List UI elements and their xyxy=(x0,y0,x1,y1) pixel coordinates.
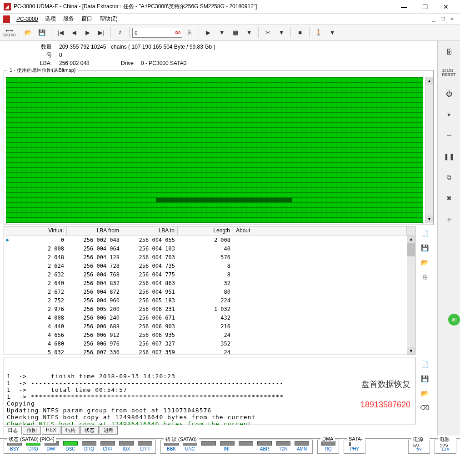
status-led-label: ABR xyxy=(260,446,270,451)
status-led-label: INF xyxy=(224,446,231,451)
log-tab[interactable]: HEX xyxy=(42,426,60,435)
th-lba-from[interactable]: LBA from xyxy=(67,226,122,235)
mdi-minimize-icon[interactable]: ▁ xyxy=(430,15,437,23)
status-group: 错 误 (SATA0)BBKUNCINFABRT0NAMN xyxy=(160,440,313,454)
log-line: 1 -> total time 00:54:57 xyxy=(7,386,412,393)
copy-button[interactable]: ⎘ xyxy=(183,26,196,39)
play-button[interactable]: ▶ xyxy=(202,26,215,39)
chevron-down-icon[interactable]: ▾ xyxy=(442,107,456,122)
log-export-button[interactable]: 📄 xyxy=(419,359,430,370)
log-tab[interactable]: 结构 xyxy=(61,426,80,435)
window-title: PC-3000 UDMA-E - China - [Data Extractor… xyxy=(14,3,394,10)
table-row[interactable]: 4 008 256 006 240 256 006 671 432 xyxy=(4,313,407,322)
status-led-label: UNC xyxy=(185,446,195,451)
table-row[interactable]: ▶ 0 256 002 048 256 004 055 2 008 xyxy=(4,235,407,244)
status-led-cell: INF xyxy=(219,441,236,451)
maximize-button[interactable]: ☐ xyxy=(415,0,435,14)
chain-icon[interactable]: ⧉ xyxy=(442,170,456,185)
table-row[interactable]: 2 632 256 004 768 256 004 775 8 xyxy=(4,270,407,279)
pause-icon[interactable]: ❚❚ xyxy=(442,149,456,164)
reset-button[interactable]: 10101RESET xyxy=(442,65,456,80)
log-tab[interactable]: 日志 xyxy=(4,426,22,435)
status-led xyxy=(295,441,309,446)
play-dropdown-button[interactable]: ▼ xyxy=(215,26,228,39)
table-row[interactable]: 2 048 256 004 128 256 004 703 576 xyxy=(4,253,407,261)
menu-help[interactable]: 帮助(Z) xyxy=(96,14,121,24)
nav-first-button[interactable]: |◀ xyxy=(54,26,67,39)
power-button[interactable]: ⏻ xyxy=(442,86,456,101)
title-bar: ◢ PC-3000 UDMA-E - China - [Data Extract… xyxy=(0,0,460,14)
stop-button[interactable]: ■ xyxy=(294,26,306,39)
scroll-thumb[interactable] xyxy=(407,243,415,256)
connector-icon[interactable]: ⊢ xyxy=(442,128,456,143)
table-row[interactable]: 2 640 256 004 832 256 004 863 32 xyxy=(4,279,407,287)
table-row[interactable]: 2 976 256 005 200 256 006 231 1 032 xyxy=(4,305,407,313)
clear-icon[interactable]: ✖ xyxy=(442,191,456,205)
mdi-restore-icon[interactable]: ❐ xyxy=(439,15,446,23)
table-row[interactable]: 4 656 256 006 912 256 006 935 24 xyxy=(4,331,407,339)
status-led-label: DSC xyxy=(65,446,75,451)
log-area[interactable]: 1 -> finish time 2018-09-13 14:20:231 ->… xyxy=(4,357,415,425)
table-open-button[interactable]: 📂 xyxy=(419,257,430,268)
tools-button[interactable]: ✂ xyxy=(261,26,274,39)
log-tab[interactable]: 进程 xyxy=(100,426,118,435)
calendar-dropdown-button[interactable]: ▼ xyxy=(243,26,255,39)
table-save-button[interactable]: 💾 xyxy=(419,242,430,253)
scroll-up-icon[interactable]: ▲ xyxy=(407,235,415,243)
th-lba-to[interactable]: LBA to xyxy=(122,226,178,235)
scroll-up-icon[interactable]: ▲ xyxy=(425,77,433,85)
exit-dropdown-button[interactable]: ▼ xyxy=(326,26,339,39)
table-row[interactable]: 2 624 256 004 728 256 004 735 8 xyxy=(4,261,407,270)
grid-button[interactable]: ♯ xyxy=(114,26,126,39)
menu-options[interactable]: 选项 xyxy=(41,14,60,24)
table-export-button[interactable]: 📄 xyxy=(419,228,430,239)
slider-icon[interactable]: ⟛ xyxy=(442,212,456,226)
table-row[interactable]: 5 032 256 007 336 256 007 359 24 xyxy=(4,348,407,355)
minimize-button[interactable]: — xyxy=(394,0,415,14)
brand-label[interactable]: PC-3000 xyxy=(13,15,41,23)
table-row[interactable]: 2 752 256 004 960 256 005 183 224 xyxy=(4,296,407,305)
menu-service[interactable]: 服务 xyxy=(60,14,78,24)
log-tab[interactable]: 状态 xyxy=(80,426,99,435)
nav-prev-button[interactable]: ◀ xyxy=(68,26,80,39)
log-clear-button[interactable]: ⌫ xyxy=(419,402,430,413)
log-tabs: 日志位图HEX结构状态进程 xyxy=(0,425,437,436)
th-length[interactable]: Length xyxy=(178,226,233,235)
table-row[interactable]: 4 440 256 006 688 256 006 903 216 xyxy=(4,322,407,331)
status-led-cell: DRQ xyxy=(80,441,98,451)
log-save-button[interactable]: 💾 xyxy=(419,373,430,384)
close-button[interactable]: ✕ xyxy=(435,0,456,14)
scroll-down-icon[interactable]: ▼ xyxy=(425,215,433,223)
status-led xyxy=(321,441,335,446)
info-num-value: 0 xyxy=(59,52,76,58)
bitmap-scrollbar[interactable]: ▲ ▼ xyxy=(425,77,433,223)
log-tab[interactable]: 位图 xyxy=(23,426,41,435)
badge: 49 xyxy=(448,314,460,326)
th-virtual[interactable]: Virtual xyxy=(11,226,67,235)
th-about[interactable]: About xyxy=(233,226,407,235)
table-body[interactable]: ▶ 0 256 002 048 256 004 055 2 008 2 008 … xyxy=(4,235,407,355)
calendar-button[interactable]: ▦ xyxy=(229,26,242,39)
menu-bar: PC-3000 选项 服务 窗口 帮助(Z) ▁ ❐ ✕ xyxy=(0,14,460,25)
tools-dropdown-button[interactable]: ▼ xyxy=(275,26,288,39)
table-row[interactable]: 4 680 256 006 976 256 007 327 352 xyxy=(4,339,407,348)
bitmap-grid[interactable] xyxy=(6,77,423,223)
log-open-button[interactable]: 📂 xyxy=(419,388,430,399)
mdi-close-icon[interactable]: ✕ xyxy=(448,15,455,23)
exit-button[interactable]: 🚶 xyxy=(312,26,325,39)
nav-next-button[interactable]: ▶ xyxy=(81,26,94,39)
table-copy-button[interactable]: ⎘ xyxy=(419,271,430,282)
table-row[interactable]: 2 672 256 004 872 256 004 951 80 xyxy=(4,287,407,296)
save-button[interactable]: 💾 xyxy=(35,26,48,39)
status-led-label: T0N xyxy=(279,446,288,451)
open-button[interactable]: 📂 xyxy=(22,26,35,39)
table-scrollbar[interactable]: ▲ ▼ xyxy=(407,235,415,355)
sata-button[interactable]: ⟷SATA0 xyxy=(3,26,16,39)
nav-last-button[interactable]: ▶| xyxy=(95,26,108,39)
status-led-cell: T0N xyxy=(275,441,292,451)
status-group-title: DMA xyxy=(320,436,335,441)
menu-window[interactable]: 窗口 xyxy=(78,14,96,24)
scroll-down-icon[interactable]: ▼ xyxy=(407,347,415,355)
drive-icon[interactable]: 🗄 xyxy=(442,45,456,59)
table-row[interactable]: 2 008 256 004 064 256 004 103 40 xyxy=(4,244,407,253)
